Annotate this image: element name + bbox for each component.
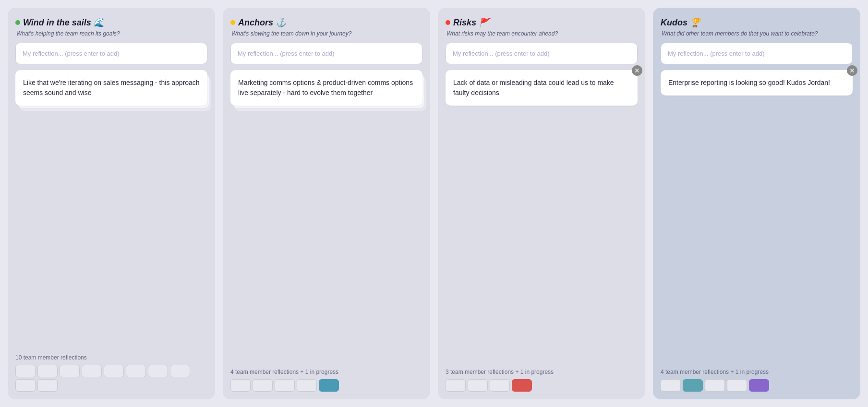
avatar-row-kudos bbox=[661, 379, 853, 392]
reflections-count-risks: 3 team member reflections + 1 in progres… bbox=[446, 369, 638, 375]
avatar-chip-active[interactable] bbox=[683, 379, 703, 392]
card-text-kudos-0: Enterprise reporting is looking so good!… bbox=[668, 79, 830, 86]
avatar-chip[interactable] bbox=[253, 379, 273, 392]
cards-area-wind: Like that we're iterating on sales messa… bbox=[15, 70, 207, 347]
column-wind: Wind in the sails 🌊 What's helping the t… bbox=[8, 8, 215, 399]
column-subtitle-risks: What risks may the team encounter ahead? bbox=[446, 30, 638, 38]
card-stack-risks-0: ✕ Lack of data or misleading data could … bbox=[446, 70, 638, 106]
reflection-input-anchors[interactable] bbox=[230, 43, 422, 64]
avatar-chip[interactable] bbox=[15, 365, 36, 377]
column-title-text-risks: Risks 🚩 bbox=[453, 17, 489, 28]
column-title-wind: Wind in the sails 🌊 bbox=[15, 17, 207, 28]
status-dot-risks bbox=[446, 20, 450, 25]
avatar-chip[interactable] bbox=[661, 379, 681, 392]
avatar-chip[interactable] bbox=[37, 365, 58, 377]
column-title-text-anchors: Anchors ⚓ bbox=[238, 17, 286, 28]
avatar-chip[interactable] bbox=[230, 379, 251, 392]
footer-risks: 3 team member reflections + 1 in progres… bbox=[446, 361, 638, 392]
column-title-anchors: Anchors ⚓ bbox=[230, 17, 422, 28]
column-anchors: Anchors ⚓ What's slowing the team down i… bbox=[223, 8, 430, 399]
column-header-kudos: Kudos 🏆 What did other team members do t… bbox=[661, 17, 853, 38]
close-button-kudos-0[interactable]: ✕ bbox=[847, 65, 857, 76]
avatar-chip[interactable] bbox=[490, 379, 510, 392]
avatar-chip[interactable] bbox=[468, 379, 488, 392]
avatar-row-wind bbox=[15, 365, 207, 392]
board: Wind in the sails 🌊 What's helping the t… bbox=[8, 8, 860, 399]
status-dot-anchors bbox=[230, 20, 235, 25]
card-text-anchors-0: Marketing comms options & product-driven… bbox=[238, 79, 413, 96]
card-wind-0: Like that we're iterating on sales messa… bbox=[15, 70, 207, 106]
avatar-chip[interactable] bbox=[15, 379, 36, 392]
avatar-chip[interactable] bbox=[727, 379, 747, 392]
reflections-count-anchors: 4 team member reflections + 1 in progres… bbox=[230, 369, 422, 375]
column-subtitle-kudos: What did other team members do that you … bbox=[661, 30, 853, 38]
avatar-row-anchors bbox=[230, 379, 422, 392]
avatar-chip[interactable] bbox=[446, 379, 466, 392]
cards-area-risks: ✕ Lack of data or misleading data could … bbox=[446, 70, 638, 361]
avatar-row-risks bbox=[446, 379, 638, 392]
reflections-count-kudos: 4 team member reflections + 1 in progres… bbox=[661, 369, 853, 375]
column-header-risks: Risks 🚩 What risks may the team encounte… bbox=[446, 17, 638, 38]
column-subtitle-anchors: What's slowing the team down in your jou… bbox=[230, 30, 422, 38]
column-title-text-wind: Wind in the sails 🌊 bbox=[23, 17, 104, 28]
avatar-chip[interactable] bbox=[297, 379, 317, 392]
card-stack-anchors-0: Marketing comms options & product-driven… bbox=[230, 70, 422, 106]
status-dot-wind bbox=[15, 20, 20, 25]
reflection-input-kudos[interactable] bbox=[661, 43, 853, 64]
column-kudos: Kudos 🏆 What did other team members do t… bbox=[653, 8, 860, 399]
footer-anchors: 4 team member reflections + 1 in progres… bbox=[230, 361, 422, 392]
close-button-risks-0[interactable]: ✕ bbox=[632, 65, 642, 76]
avatar-chip[interactable] bbox=[60, 365, 80, 377]
card-kudos-0: ✕ Enterprise reporting is looking so goo… bbox=[661, 70, 853, 96]
cards-area-kudos: ✕ Enterprise reporting is looking so goo… bbox=[661, 70, 853, 361]
avatar-chip-active[interactable] bbox=[749, 379, 769, 392]
footer-kudos: 4 team member reflections + 1 in progres… bbox=[661, 361, 853, 392]
cards-area-anchors: Marketing comms options & product-driven… bbox=[230, 70, 422, 361]
avatar-chip[interactable] bbox=[705, 379, 725, 392]
avatar-chip[interactable] bbox=[37, 379, 58, 392]
card-anchors-0: Marketing comms options & product-driven… bbox=[230, 70, 422, 106]
reflection-input-wind[interactable] bbox=[15, 43, 207, 64]
column-title-risks: Risks 🚩 bbox=[446, 17, 638, 28]
column-header-wind: Wind in the sails 🌊 What's helping the t… bbox=[15, 17, 207, 38]
avatar-chip[interactable] bbox=[104, 365, 124, 377]
avatar-chip[interactable] bbox=[170, 365, 190, 377]
avatar-chip[interactable] bbox=[82, 365, 102, 377]
reflection-input-risks[interactable] bbox=[446, 43, 638, 64]
card-stack-wind-0: Like that we're iterating on sales messa… bbox=[15, 70, 207, 106]
card-risks-0: ✕ Lack of data or misleading data could … bbox=[446, 70, 638, 106]
avatar-chip[interactable] bbox=[126, 365, 146, 377]
card-text-risks-0: Lack of data or misleading data could le… bbox=[453, 79, 614, 96]
column-header-anchors: Anchors ⚓ What's slowing the team down i… bbox=[230, 17, 422, 38]
avatar-chip[interactable] bbox=[148, 365, 168, 377]
avatar-chip-active[interactable] bbox=[319, 379, 339, 392]
footer-wind: 10 team member reflections bbox=[15, 347, 207, 392]
column-title-kudos: Kudos 🏆 bbox=[661, 17, 853, 28]
column-title-text-kudos: Kudos 🏆 bbox=[661, 17, 700, 28]
column-risks: Risks 🚩 What risks may the team encounte… bbox=[438, 8, 645, 399]
avatar-chip[interactable] bbox=[275, 379, 295, 392]
avatar-chip-active[interactable] bbox=[512, 379, 532, 392]
column-subtitle-wind: What's helping the team reach its goals? bbox=[15, 30, 207, 38]
reflections-count-wind: 10 team member reflections bbox=[15, 354, 207, 361]
card-text-wind-0: Like that we're iterating on sales messa… bbox=[23, 79, 200, 96]
card-stack-kudos-0: ✕ Enterprise reporting is looking so goo… bbox=[661, 70, 853, 96]
